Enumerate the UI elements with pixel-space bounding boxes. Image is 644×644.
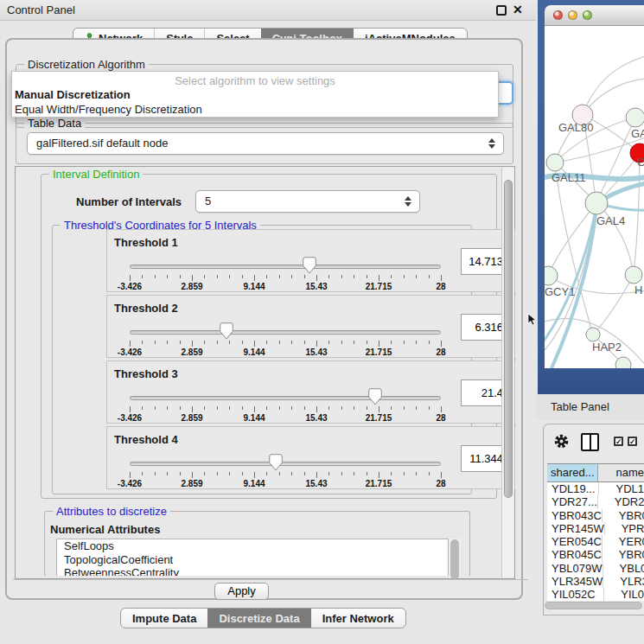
control-panel-titlebar: [0, 0, 536, 21]
table-settings-gear-icon[interactable]: [554, 434, 569, 452]
tick-label: 15.43: [295, 282, 338, 291]
tick-mark: [155, 472, 156, 475]
checkbox-icon[interactable]: ✓: [614, 437, 623, 446]
table-row[interactable]: YBR045CYBR0: [547, 548, 644, 561]
tick-mark: [180, 341, 181, 344]
network-node[interactable]: [585, 192, 608, 214]
table-row[interactable]: YIL052CYIL0: [547, 588, 644, 601]
cell-name: YIL0: [604, 588, 644, 601]
number-of-intervals-select[interactable]: 5: [195, 190, 420, 213]
close-icon[interactable]: ✕: [513, 3, 523, 16]
tick-mark: [279, 406, 280, 410]
network-node[interactable]: [615, 357, 631, 368]
table-data-select[interactable]: galFiltered.sif default node: [27, 132, 504, 155]
tick-mark: [217, 406, 218, 410]
threshold-slider-track[interactable]: [130, 265, 441, 269]
attributes-scrollbar-thumb[interactable]: [450, 539, 459, 579]
tick-label: 21.715: [357, 348, 400, 357]
tick-mark: [367, 406, 367, 410]
attribute-list-item[interactable]: TopologicalCoefficient: [57, 553, 448, 567]
tick-mark: [379, 341, 379, 347]
tick-mark: [404, 275, 405, 278]
tick-label: 9.144: [233, 282, 276, 291]
network-edge[interactable]: [596, 118, 635, 203]
cell-shared-name: YBR043C: [547, 509, 603, 522]
tab-infer-network[interactable]: Infer Network: [311, 609, 405, 628]
algorithm-option[interactable]: Manual Discretization: [12, 87, 498, 102]
network-node[interactable]: [626, 108, 644, 127]
settings-scrollbar[interactable]: [501, 168, 514, 577]
table-row[interactable]: YDR27...YDR2: [547, 495, 644, 508]
network-canvas[interactable]: GAL80GACGAL11GAL4GCY1HHAP2: [545, 26, 644, 368]
cell-name: YLR3: [603, 575, 644, 588]
tick-mark: [441, 472, 442, 478]
threshold-slider-track[interactable]: [130, 462, 441, 466]
apply-button[interactable]: Apply: [214, 583, 269, 600]
table-body: YDL19...YDL1YDR27...YDR2YBR043CYBR0YPR14…: [547, 482, 644, 601]
table-row[interactable]: YBR043CYBR0: [547, 509, 644, 522]
tick-mark: [291, 341, 292, 344]
table-data-group: Table Data galFiltered.sif default node: [16, 123, 513, 164]
network-edge[interactable]: [583, 52, 644, 115]
algorithm-option[interactable]: Equal Width/Frequency Discretization: [12, 102, 498, 117]
column-header-name[interactable]: name: [598, 464, 644, 481]
tick-mark: [316, 341, 317, 347]
table-row[interactable]: YPR145WYPR1: [547, 522, 644, 535]
tick-mark: [142, 275, 143, 278]
network-edge[interactable]: [593, 275, 634, 335]
minimize-traffic-light-icon[interactable]: [568, 10, 577, 20]
cell-name: YBL0: [603, 562, 644, 575]
tick-mark: [266, 275, 267, 278]
split-columns-icon[interactable]: [581, 433, 599, 451]
tick-mark: [180, 406, 181, 410]
table-row[interactable]: YER054CYER0: [547, 535, 644, 548]
node-label: GA: [631, 127, 644, 140]
threshold-label: Threshold 3: [114, 367, 178, 380]
column-header-shared-name[interactable]: shared...: [547, 464, 598, 481]
network-edge[interactable]: [603, 205, 644, 210]
attribute-list-item[interactable]: BetweennessCentrality: [57, 566, 448, 576]
tick-mark: [217, 472, 218, 475]
threshold-slider-track[interactable]: [130, 330, 441, 335]
table-horizontal-scrollbar[interactable]: [545, 602, 642, 610]
tick-mark: [304, 275, 305, 278]
tab-impute-data[interactable]: Impute Data: [121, 609, 207, 628]
table-row[interactable]: YBL079WYBL0: [547, 562, 644, 575]
close-traffic-light-icon[interactable]: [553, 10, 563, 20]
tick-mark: [167, 472, 168, 475]
threshold-slider-track[interactable]: [130, 396, 441, 400]
network-node[interactable]: [546, 154, 564, 171]
zoom-traffic-light-icon[interactable]: [583, 10, 592, 20]
network-graph: GAL80GACGAL11GAL4GCY1HHAP2: [545, 26, 644, 368]
tick-mark: [291, 472, 292, 475]
tick-mark: [204, 275, 205, 278]
network-node[interactable]: [586, 328, 600, 341]
checkbox-icon[interactable]: ✓: [628, 437, 637, 446]
cell-shared-name: YBR045C: [547, 548, 603, 561]
tick-mark: [279, 341, 280, 344]
threshold-panel: Threshold 2-3.4262.8599.14415.4321.71528: [106, 295, 515, 358]
threshold-slider-handle[interactable]: [269, 454, 283, 471]
network-edge[interactable]: [634, 153, 640, 275]
tick-mark: [142, 472, 143, 475]
network-window-titlebar[interactable]: [545, 5, 644, 26]
table-row[interactable]: YDL19...YDL1: [547, 482, 644, 495]
attribute-list-item[interactable]: SelfLoops: [57, 539, 448, 553]
cell-shared-name: YER054C: [547, 535, 603, 548]
threshold-slider-handle[interactable]: [368, 388, 382, 405]
threshold-slider-handle[interactable]: [303, 257, 316, 274]
tick-mark: [142, 341, 143, 344]
threshold-slider-handle[interactable]: [220, 322, 233, 340]
table-scrollbar-thumb[interactable]: [545, 602, 642, 609]
tick-mark: [391, 472, 392, 475]
settings-scrollbar-thumb[interactable]: [504, 180, 513, 498]
network-node[interactable]: [625, 266, 642, 284]
tick-mark: [130, 406, 131, 412]
attributes-scrollbar[interactable]: [449, 539, 461, 576]
tick-label: 21.715: [357, 479, 400, 488]
network-node[interactable]: [545, 266, 558, 285]
table-row[interactable]: YLR345WYLR3: [547, 575, 644, 588]
float-window-icon[interactable]: [496, 5, 507, 16]
tab-discretize-data[interactable]: Discretize Data: [207, 609, 310, 628]
numerical-attributes-list[interactable]: SelfLoopsTopologicalCoefficientBetweenne…: [56, 539, 449, 576]
